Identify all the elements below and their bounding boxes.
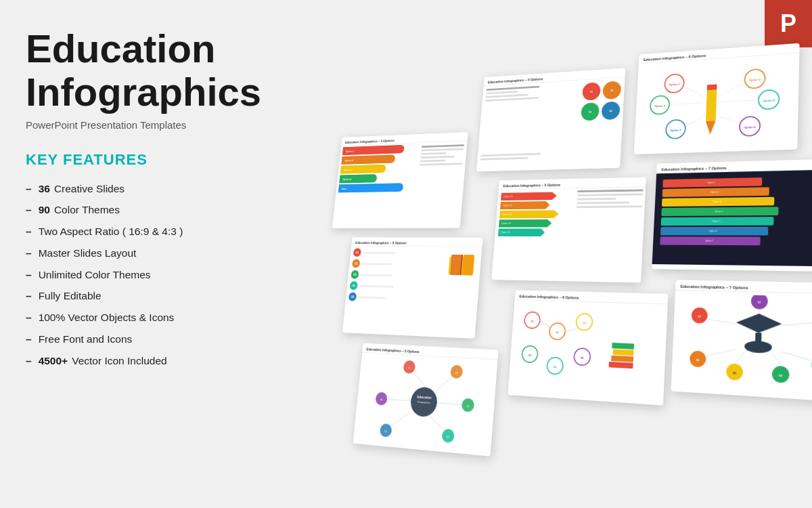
text-line [577,202,629,205]
svg-line-85 [781,352,812,360]
svg-text:02: 02 [696,358,700,362]
svg-text:Option 5: Option 5 [670,128,682,132]
svg-text:02: 02 [455,371,457,375]
svg-line-31 [539,320,551,328]
num-step-4: 04 [349,281,394,291]
slide-title-7: Education Infographics – 6 Options [639,43,800,64]
ppt-icon: P [780,9,796,38]
svg-point-73 [772,366,790,383]
slide-card-9: Education Infographics – 7 Options 01 02 [671,280,812,402]
circle-4: 04 [601,101,620,120]
svg-point-37 [522,345,538,362]
slide-card-5: Education Infographics – 5 Options Optio… [491,177,646,283]
seg-spacer [775,196,812,205]
svg-line-19 [391,411,410,428]
svg-text:01: 01 [408,366,411,370]
seg-spacer [775,217,812,226]
svg-text:Option 4: Option 4 [763,98,775,102]
feature-text-9: Vector Icon Included [72,350,166,372]
feature-item-9: 4500+ Vector Icon Included [26,350,310,372]
svg-point-67 [691,308,708,324]
svg-point-46 [664,74,684,93]
seg-spacer [769,227,812,236]
num-line [363,251,396,253]
svg-point-69 [690,351,706,368]
features-list: 36 Creative Slides 90 Color Themes Two A… [26,178,310,372]
ribbon-step-1: Option 1 [342,145,405,155]
svg-line-81 [707,319,736,324]
seg-5: Option 5 [661,217,774,226]
svg-point-55 [759,89,780,110]
circles-grid: 01 02 03 04 [581,81,621,121]
feature-text-2: Color Themes [54,199,120,221]
svg-text:01: 01 [698,314,702,318]
num-step-3: 03 [351,270,395,280]
ribbon-graphic: Option 1 Option 2 Option 3 Option 4 Base [337,145,407,206]
num-circle-1: 01 [353,248,362,257]
num-line [358,296,386,299]
svg-rect-27 [613,349,634,356]
text-lines-1 [420,144,464,167]
ribbon-step-4: Option 4 [339,174,377,184]
svg-text:03: 03 [583,321,586,324]
slide-title-8: Education Infographics – 7 Options [656,159,812,173]
text-line [480,157,528,161]
svg-line-83 [735,352,744,364]
svg-point-66 [744,341,772,354]
feature-text-4: Master Slides Layout [39,242,137,264]
num-step-1: 01 [353,248,397,257]
feature-item-7: 100% Vector Objects & Icons [26,307,310,329]
slides-wrapper: Education Infographics – 4 Options Optio… [294,33,812,508]
slide-title-9: Education Infographics – 7 Options [675,280,812,294]
svg-marker-44 [705,121,715,134]
circle-1: 01 [582,82,601,101]
svg-text:06: 06 [380,398,382,401]
svg-line-51 [717,83,745,98]
num-circle-2: 02 [352,259,361,268]
svg-rect-25 [609,362,633,368]
text-lines-4 [485,86,540,104]
svg-line-57 [717,100,759,102]
svg-rect-45 [707,84,717,90]
svg-rect-43 [706,84,717,121]
feature-text-7: 100% Vector Objects & Icons [39,307,175,329]
svg-text:05: 05 [384,429,387,433]
feature-text-3: Two Aspect Ratio ( 16:9 & 4:3 ) [39,221,183,242]
svg-point-79 [751,293,768,310]
svg-line-10 [436,374,453,392]
svg-point-41 [574,348,591,366]
seg-row-5: Option 5 [661,217,812,226]
svg-line-63 [715,114,740,124]
seg-row-7: Option 7 [660,236,812,245]
num-line [360,274,392,276]
arrow-4: Option #4 [499,219,552,228]
text-line [577,205,643,208]
feature-item-4: Master Slides Layout [26,242,310,264]
svg-text:03: 03 [466,404,469,408]
text-line [421,148,464,152]
num-line [359,284,394,287]
text-lines-5 [577,189,644,210]
seg-row-1: Option 1 [662,176,812,188]
svg-marker-64 [736,313,782,334]
feature-item-3: Two Aspect Ratio ( 16:9 & 4:3 ) [26,221,310,242]
text-line [422,144,464,148]
seg-2: Option 2 [662,187,769,197]
slide-card-6: Education Infographics – 6 Options 01 [508,290,668,405]
svg-text:Option 3: Option 3 [654,104,665,108]
svg-point-39 [547,357,564,375]
text-line [577,193,644,196]
svg-line-84 [771,354,781,366]
svg-text:03: 03 [733,371,736,375]
numbered-steps: 01 02 03 04 [348,248,397,305]
arrow-1: Option #1 [501,192,557,201]
seg-3: Option 3 [662,197,774,207]
feature-text-6: Fully Editable [39,285,102,307]
svg-line-60 [685,116,706,125]
text-line [577,189,644,192]
pencil-radial-svg: Option 1 Option 2 Option 3 Option 4 Opti… [637,56,796,147]
num-step-5: 05 [348,293,393,303]
svg-rect-65 [755,333,762,346]
svg-text:Option 1: Option 1 [669,83,680,87]
svg-text:04: 04 [779,373,783,377]
